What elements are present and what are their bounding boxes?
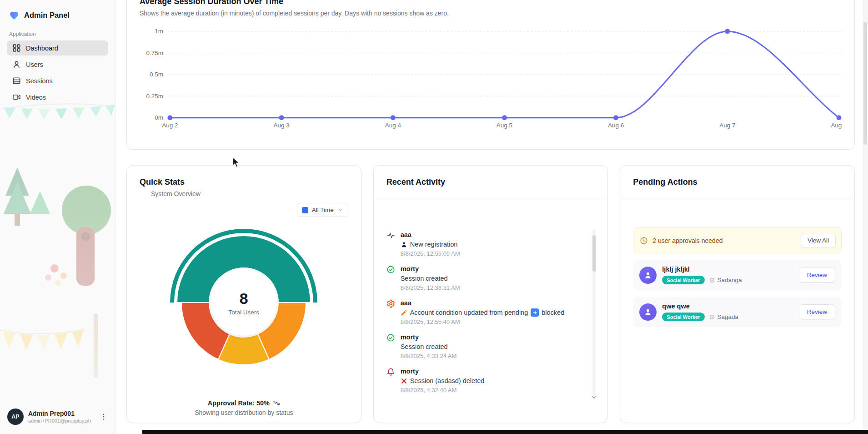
activity-user: morty [401,367,485,375]
user-name: Admin Prep001 [28,410,95,417]
view-all-button[interactable]: View All [801,233,836,248]
check-circle-icon [386,265,395,274]
donut-chart-wrap: 8 Total Users [166,227,321,377]
svg-text:1m: 1m [155,28,163,35]
dashboard-icon [12,44,21,52]
activity-user: morty [401,265,460,273]
svg-text:Aug 3: Aug 3 [273,122,289,129]
pending-list: ljklj jkljklSocial WorkerSadangaReviewqw… [633,260,842,327]
activity-action: Account condition updated from pendingbl… [401,308,565,317]
recent-activity-header: Recent Activity [374,166,608,197]
svg-text:0m: 0m [155,114,163,121]
person-icon [401,241,407,248]
kebab-menu-icon[interactable] [100,413,108,421]
quick-stats-card: Quick Stats System Overview All Time 8 T… [126,165,361,423]
role-badge: Social Worker [662,313,704,321]
chart-title: Average Session Duration Over Time [140,0,842,6]
trend-icon [273,399,280,407]
check-circle-icon [386,333,395,342]
media-progress-bar [142,430,868,434]
total-users-value: 8 [240,290,248,308]
recent-activity-card: Recent Activity aaaNew registration8/8/2… [373,165,608,423]
quick-stats-title: Quick Stats [140,177,348,187]
pencil-icon [401,309,407,316]
review-button[interactable]: Review [799,304,835,319]
svg-text:Aug 7: Aug 7 [719,122,735,129]
sidebar-item-label: Dashboard [26,45,58,52]
activity-scrollbar-thumb[interactable] [592,235,596,272]
sidebar-item-label: Sessions [26,77,53,85]
activity-item: mortySession created8/8/2025, 12:38:31 A… [386,265,586,292]
pending-actions-card: Pending Actions 2 user approvals needed … [620,165,855,423]
activity-user: morty [401,333,457,341]
sidebar-item-sessions[interactable]: Sessions [7,73,108,88]
filter-row: All Time [127,197,361,217]
nav-section-label: Application [9,31,106,37]
activity-item: mortySession (asdasd) deleted8/8/2025, 4… [386,367,586,394]
review-button[interactable]: Review [799,267,835,283]
svg-text:Aug 8: Aug 8 [831,122,842,129]
user-footer[interactable]: AP Admin Prep001 admin+PR001@prepplay.ph [0,404,115,429]
user-email: admin+PR001@prepplay.ph [28,418,95,424]
scroll-down-chevron-icon [591,394,597,401]
sidebar-item-label: Users [26,61,43,68]
activity-icon [386,231,395,240]
bell-icon [386,368,395,376]
activity-list: aaaNew registration8/8/2025, 12:55:09 AM… [374,197,608,394]
location-label: Sagada [709,313,739,320]
svg-text:0.5m: 0.5m [150,71,163,78]
activity-item: aaaNew registration8/8/2025, 12:55:09 AM [386,231,586,257]
person-icon [644,308,652,316]
app-logo-header: Admin Panel [0,0,115,26]
sidebar-item-dashboard[interactable]: Dashboard [7,40,108,56]
gear-icon [386,299,395,308]
person-icon [644,271,652,279]
svg-text:Aug 2: Aug 2 [162,122,178,129]
time-filter-select[interactable]: All Time [297,203,348,217]
filter-swatch-icon [302,207,308,213]
app-logo-icon [8,9,20,21]
user-info: Admin Prep001 admin+PR001@prepplay.ph [28,410,95,424]
users-icon [12,60,21,69]
activity-user: aaa [401,231,460,239]
main-content: Average Session Duration Over Time Shows… [115,0,868,423]
activity-action: Session (asdasd) deleted [401,376,485,385]
quick-stats-subtitle: System Overview [151,190,348,197]
svg-text:Aug 6: Aug 6 [608,122,624,129]
activity-timestamp: 8/8/2025, 12:38:31 AM [401,284,460,292]
approvals-banner: 2 user approvals needed View All [633,227,842,253]
sidebar-item-videos[interactable]: Videos [7,90,108,105]
activity-action: Session created [401,342,457,351]
user-avatar-icon [639,267,657,284]
activity-item: aaaAccount condition updated from pendin… [386,299,586,326]
app-title: Admin Panel [24,11,70,20]
location-icon [709,277,715,283]
quick-stats-header: Quick Stats System Overview [127,166,361,197]
sidebar-item-users[interactable]: Users [7,57,108,72]
sidebar-item-label: Videos [26,94,46,101]
activity-timestamp: 8/8/2025, 12:55:09 AM [401,250,460,257]
activity-timestamp: 8/8/2025, 4:33:24 AM [401,353,457,360]
approvals-banner-text: 2 user approvals needed [652,237,796,244]
quick-stats-footer: Approval Rate: 50% Showing user distribu… [127,399,361,416]
user-avatar-icon [639,303,657,321]
arrow-right-icon [531,308,539,317]
x-icon [401,378,407,384]
videos-icon [12,93,21,101]
clock-icon [640,237,648,245]
recent-activity-title: Recent Activity [386,177,595,187]
approval-rate-label: Approval Rate: 50% [208,399,270,407]
activity-item: mortySession created8/8/2025, 4:33:24 AM [386,333,586,360]
activity-timestamp: 8/8/2025, 12:55:40 AM [401,318,565,326]
pending-user-name: qwe qwe [662,303,793,310]
activity-user: aaa [401,299,565,307]
page-scrollbar-thumb[interactable] [863,22,867,145]
svg-text:0.75m: 0.75m [146,50,163,56]
role-badge: Social Worker [662,276,704,284]
sidebar-nav: DashboardUsersSessionsVideos [0,40,115,105]
svg-text:Aug 5: Aug 5 [497,122,512,129]
location-label: Sadanga [709,277,742,283]
activity-timestamp: 8/8/2025, 4:32:40 AM [401,387,485,394]
svg-text:0.25m: 0.25m [146,93,163,100]
quick-stats-caption: Showing user distribution by status [127,409,361,416]
